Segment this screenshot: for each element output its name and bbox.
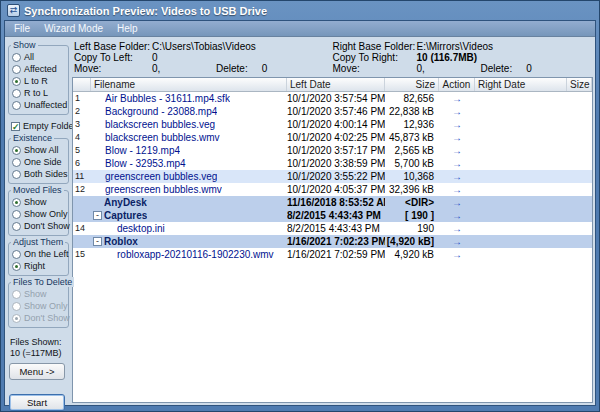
left-date-cell: 1/16/2021 7:02:59 PM xyxy=(287,248,385,261)
size-cell: 10,368 xyxy=(385,170,439,183)
col-header-right-date[interactable]: Right Date xyxy=(475,78,567,91)
radio-all[interactable]: All xyxy=(11,51,67,63)
radio-both-sides[interactable]: Both Sides xyxy=(11,168,67,180)
col-header-filename[interactable]: Filename xyxy=(91,78,287,91)
menu-item-help[interactable]: Help xyxy=(110,22,145,35)
filename-cell: -Roblox xyxy=(91,235,287,248)
action-arrow-icon[interactable]: → xyxy=(439,209,475,222)
filename-cell: greenscreen bubbles.wmv xyxy=(91,183,287,196)
filename-text: greenscreen bubbles.veg xyxy=(105,170,217,183)
action-arrow-icon[interactable]: → xyxy=(439,131,475,144)
filename-cell: Blow - 32953.mp4 xyxy=(91,157,287,170)
filename-text: AnyDesk xyxy=(104,196,147,209)
table-row[interactable]: 5Blow - 1219.mp410/1/2020 3:57:17 PM2,56… xyxy=(73,144,592,157)
right-date-cell xyxy=(475,157,567,170)
menu-item-wizard-mode[interactable]: Wizard Mode xyxy=(37,22,110,35)
size-cell: 32,396 kB xyxy=(385,183,439,196)
radio-right[interactable]: Right xyxy=(11,260,67,272)
collapse-icon[interactable]: - xyxy=(93,211,102,220)
copy-to-right-value: 10 (116.7MB) xyxy=(417,52,478,63)
table-row[interactable]: 1Air Bubbles - 31611.mp4.sfk10/1/2020 3:… xyxy=(73,92,592,105)
action-arrow-icon[interactable]: → xyxy=(439,170,475,183)
filename-text: blackscreen bubbles.veg xyxy=(105,118,215,131)
action-arrow-icon[interactable]: → xyxy=(439,235,475,248)
table-body: 1Air Bubbles - 31611.mp4.sfk10/1/2020 3:… xyxy=(73,92,592,402)
filename-text: Air Bubbles - 31611.mp4.sfk xyxy=(105,92,230,105)
table-row[interactable]: 4blackscreen bubbles.wmv10/1/2020 4:02:2… xyxy=(73,131,592,144)
col-header-action[interactable]: Action xyxy=(439,78,475,91)
radio-icon xyxy=(12,158,21,167)
table-row[interactable]: AnyDesk11/16/2018 8:53:52 AM<DIR>→ xyxy=(73,196,592,209)
size-cell: 5,700 kB xyxy=(385,157,439,170)
sidebar-groups: ShowAllAffectedL to RR to LUnaffected✓Em… xyxy=(8,39,69,329)
right-date-cell xyxy=(475,183,567,196)
action-arrow-icon[interactable]: → xyxy=(439,196,475,209)
right-date-cell xyxy=(475,131,567,144)
radio-icon xyxy=(12,65,21,74)
radio-don-t-show[interactable]: Don't Show xyxy=(11,220,67,232)
row-number-cell xyxy=(73,196,91,209)
table-row[interactable]: 2Background - 23088.mp410/1/2020 3:57:46… xyxy=(73,105,592,118)
action-arrow-icon[interactable]: → xyxy=(439,248,475,261)
table-row[interactable]: 6Blow - 32953.mp410/1/2020 3:38:59 PM5,7… xyxy=(73,157,592,170)
group-label: Moved Files xyxy=(11,185,64,195)
radio-r-to-l[interactable]: R to L xyxy=(11,87,67,99)
row-number-cell: 11 xyxy=(73,170,91,183)
action-arrow-icon[interactable]: → xyxy=(439,118,475,131)
checkbox-empty-folders[interactable]: ✓Empty Folders xyxy=(11,120,69,132)
collapse-icon[interactable]: - xyxy=(93,237,102,246)
menu-item-file[interactable]: File xyxy=(7,22,37,35)
radio-one-side[interactable]: One Side xyxy=(11,156,67,168)
radio-show[interactable]: Show xyxy=(11,196,67,208)
radio-icon xyxy=(12,101,21,110)
size-cell: [ 190 ] xyxy=(385,209,439,222)
radio-affected[interactable]: Affected xyxy=(11,63,67,75)
action-arrow-icon[interactable]: → xyxy=(439,144,475,157)
left-date-cell: 10/1/2020 3:38:59 PM xyxy=(287,157,385,170)
col-header-row-number[interactable] xyxy=(73,78,91,91)
right-size-cell xyxy=(567,248,592,261)
action-arrow-icon[interactable]: → xyxy=(439,183,475,196)
table-row[interactable]: 11greenscreen bubbles.veg10/1/2020 3:55:… xyxy=(73,170,592,183)
radio-icon xyxy=(12,89,21,98)
table-row[interactable]: 12greenscreen bubbles.wmv10/1/2020 4:05:… xyxy=(73,183,592,196)
group-label: Adjust Them xyxy=(11,237,65,247)
radio-label: L to R xyxy=(24,76,48,86)
group-adjust-them: Adjust ThemOn the LeftRight xyxy=(8,242,69,276)
size-cell: 45,873 kB xyxy=(385,131,439,144)
start-button[interactable]: Start xyxy=(9,394,65,411)
right-size-cell xyxy=(567,222,592,235)
table-row[interactable]: 3blackscreen bubbles.veg10/1/2020 4:00:1… xyxy=(73,118,592,131)
radio-show-all[interactable]: Show All xyxy=(11,144,67,156)
filename-cell: Background - 23088.mp4 xyxy=(91,105,287,118)
col-header-size-right[interactable]: Size xyxy=(567,78,592,91)
size-cell: 82,656 xyxy=(385,92,439,105)
filename-cell: robloxapp-20210116-1902230.wmv xyxy=(91,248,287,261)
table-row[interactable]: 14desktop.ini8/2/2015 4:43:43 PM190→ xyxy=(73,222,592,235)
action-arrow-icon[interactable]: → xyxy=(439,92,475,105)
table-row[interactable]: 15robloxapp-20210116-1902230.wmv1/16/202… xyxy=(73,248,592,261)
menu-button[interactable]: Menu -> xyxy=(9,363,65,380)
table-row[interactable]: -Roblox1/16/2021 7:02:23 PM[4,920 kB]→ xyxy=(73,235,592,248)
col-header-size[interactable]: Size xyxy=(385,78,439,91)
col-header-left-date[interactable]: Left Date xyxy=(287,78,385,91)
filename-cell: Air Bubbles - 31611.mp4.sfk xyxy=(91,92,287,105)
size-cell: 4,920 kB xyxy=(385,248,439,261)
row-number-cell: 14 xyxy=(73,222,91,235)
action-arrow-icon[interactable]: → xyxy=(439,222,475,235)
radio-unaffected[interactable]: Unaffected xyxy=(11,99,67,111)
action-arrow-icon[interactable]: → xyxy=(439,157,475,170)
action-arrow-icon[interactable]: → xyxy=(439,105,475,118)
radio-l-to-r[interactable]: L to R xyxy=(11,75,67,87)
left-base-label: Left Base Folder: xyxy=(74,41,152,52)
radio-on-the-left[interactable]: On the Left xyxy=(11,248,67,260)
left-date-cell: 10/1/2020 4:02:25 PM xyxy=(287,131,385,144)
radio-label: Show xyxy=(24,197,47,207)
radio-label: Don't Show xyxy=(24,221,70,231)
radio-show-only[interactable]: Show Only xyxy=(11,208,67,220)
filename-text: blackscreen bubbles.wmv xyxy=(105,131,220,144)
table-row[interactable]: -Captures8/2/2015 4:43:43 PM[ 190 ]→ xyxy=(73,209,592,222)
group-existence: ExistenceShow AllOne SideBoth Sides xyxy=(8,138,69,184)
radio-label: Both Sides xyxy=(24,169,68,179)
app-icon: ⇄ xyxy=(7,4,20,17)
